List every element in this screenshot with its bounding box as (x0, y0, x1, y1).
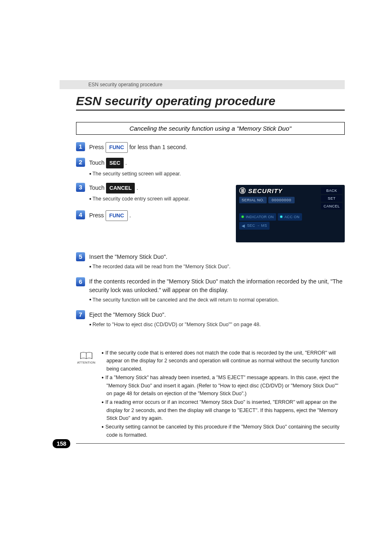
step-3: 3 Touch CANCEL . The security code entry… (76, 183, 228, 203)
step-text: Insert the "Memory Stick Duo". (89, 252, 345, 261)
sec-button: SEC (106, 158, 124, 168)
screenshot-cancel-button: CANCEL (321, 203, 342, 210)
step-number: 1 (76, 142, 85, 151)
serial-label: SERIAL NO. (239, 197, 267, 203)
status-dot-icon (280, 216, 282, 218)
step-text: . (136, 184, 138, 191)
indicator-control: INDICATOR ON (239, 213, 276, 221)
step-4: 4 Press FUNC . (76, 210, 228, 221)
step-number: 4 (76, 210, 85, 219)
acc-control: ACC ON (278, 213, 302, 221)
step-text: If the contents recorded in the "Memory … (89, 277, 345, 295)
step-text: Press (89, 144, 106, 150)
func-button: FUNC (106, 210, 128, 221)
step-bullet: The security function will be canceled a… (89, 296, 345, 304)
attention-item: If a reading error occurs or if an incor… (101, 398, 345, 422)
step-text: for less than 1 second. (129, 144, 187, 150)
step-2: 2 Touch SEC . The security setting scree… (76, 158, 345, 178)
screenshot-set-button: SET (321, 195, 342, 202)
subtitle: Canceling the security function using a … (76, 122, 345, 135)
step-number: 2 (76, 158, 85, 167)
screenshot-title: SECURITY (248, 187, 283, 194)
attention-box: ATTENTION If the security code that is e… (76, 349, 345, 444)
status-dot-icon (242, 216, 244, 218)
step-bullet: Refer to "How to eject disc (CD/DVD) or … (89, 321, 345, 329)
book-icon (80, 352, 93, 360)
step-5: 5 Insert the "Memory Stick Duo". The rec… (76, 252, 345, 271)
step-6: 6 If the contents recorded in the "Memor… (76, 277, 345, 304)
sec-ms-control: ◀ SEC → MS (239, 222, 270, 230)
step-text: Press (89, 212, 106, 218)
step-1: 1 Press FUNC for less than 1 second. (76, 142, 345, 153)
step-text: Eject the "Memory Stick Duo". (89, 310, 345, 319)
step-text: Touch (89, 159, 106, 166)
attention-item: If a "Memory Stick" has already been ins… (101, 374, 345, 398)
page-number: 158 (53, 439, 70, 448)
main-content: Canceling the security function using a … (76, 122, 345, 444)
serial-value: 00000000 (268, 197, 295, 203)
lock-icon (239, 187, 246, 194)
step-number: 5 (76, 252, 85, 261)
device-screenshot: SECURITY BACK SET CANCEL SERIAL NO. 0000… (236, 185, 345, 242)
step-text: . (125, 159, 127, 166)
step-text: . (129, 212, 131, 218)
cancel-button: CANCEL (106, 183, 135, 193)
step-number: 6 (76, 277, 85, 286)
page-title: ESN security operating procedure (76, 94, 345, 111)
section-header: ESN security operating procedure (60, 80, 345, 89)
step-7: 7 Eject the "Memory Stick Duo". Refer to… (76, 310, 345, 329)
attention-item: If the security code that is entered doe… (101, 349, 345, 373)
step-number: 3 (76, 183, 85, 192)
func-button: FUNC (106, 142, 128, 153)
step-text: Touch (89, 184, 106, 191)
attention-item: Security setting cannot be canceled by t… (101, 423, 345, 439)
step-bullet: The security code entry screen will appe… (89, 195, 228, 203)
attention-label: ATTENTION (76, 361, 97, 364)
step-bullet: The recorded data will be read from the … (89, 263, 345, 271)
step-bullet: The security setting screen will appear. (89, 170, 345, 178)
arrow-left-icon: ◀ (242, 223, 245, 228)
screenshot-back-button: BACK (321, 187, 342, 194)
step-number: 7 (76, 310, 85, 319)
